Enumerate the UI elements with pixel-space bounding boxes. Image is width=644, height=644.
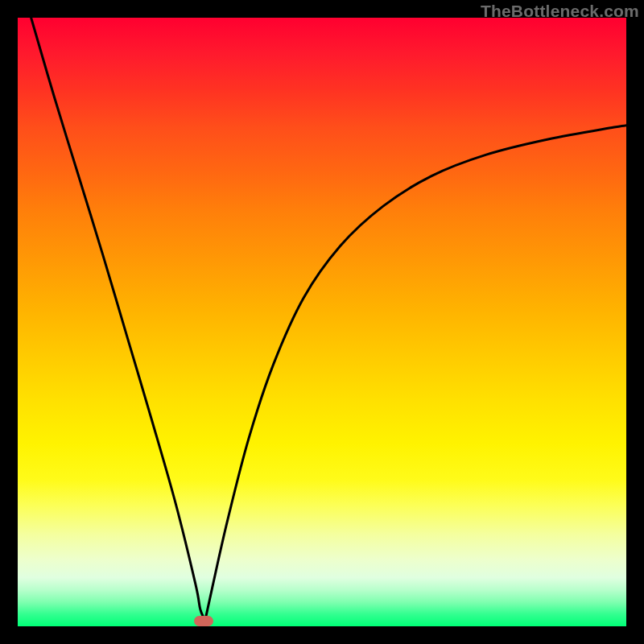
optimal-point-marker xyxy=(194,616,213,626)
watermark-text: TheBottleneck.com xyxy=(481,2,639,21)
plot-area xyxy=(18,18,626,626)
chart-frame: TheBottleneck.com xyxy=(0,0,644,644)
bottleneck-curve xyxy=(18,18,626,626)
